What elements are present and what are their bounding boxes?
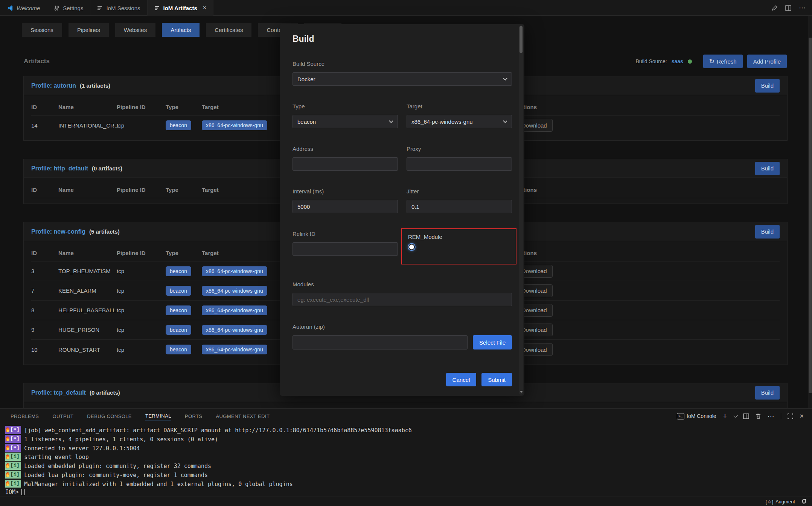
submit-button[interactable]: Submit <box>481 373 512 386</box>
type-badge: beacon <box>166 266 191 276</box>
add-profile-button[interactable]: Add Profile <box>747 55 787 68</box>
target-badge: x86_64-pc-windows-gnu <box>202 325 267 335</box>
rem-module-toggle[interactable] <box>409 245 414 249</box>
build-button[interactable]: Build <box>755 162 780 175</box>
page-scrollbar[interactable] <box>808 16 812 408</box>
page-title: Artifacts <box>24 58 50 65</box>
editor-actions: ⋯ <box>772 0 806 16</box>
split-terminal-icon[interactable] <box>743 413 749 419</box>
proxy-input[interactable] <box>407 157 512 171</box>
select-file-button[interactable]: Select File <box>473 335 512 349</box>
log-level-badge: [*] <box>5 426 21 434</box>
split-editor-icon[interactable] <box>785 5 791 11</box>
log-text: Loaded lua plugin: community-move, regis… <box>24 472 208 479</box>
target-field-label: Target <box>407 103 512 109</box>
tab-iom-artifacts[interactable]: IoM Artifacts × <box>148 0 214 16</box>
jitter-input[interactable] <box>407 200 512 213</box>
chevron-down-icon <box>503 76 507 81</box>
log-level-badge: [i] <box>5 480 21 488</box>
build-source-select[interactable]: Docker <box>293 72 512 86</box>
more-actions-icon[interactable]: ⋯ <box>799 4 806 12</box>
tab-pipelines[interactable]: Pipelines <box>69 23 109 37</box>
interval-input[interactable] <box>293 200 398 213</box>
close-panel-icon[interactable]: × <box>800 412 804 420</box>
augment-status-item[interactable]: {☺} Augment <box>765 499 795 504</box>
kill-terminal-icon[interactable] <box>756 413 761 419</box>
target-badge: x86_64-pc-windows-gnu <box>202 286 267 296</box>
tab-debug-console[interactable]: DEBUG CONSOLE <box>87 411 132 421</box>
target-select[interactable]: x86_64-pc-windows-gnu <box>407 115 512 128</box>
status-bar: {☺} Augment <box>0 497 812 506</box>
modal-scrollbar[interactable] <box>519 25 523 395</box>
pencil-icon[interactable] <box>772 5 778 11</box>
target-badge: x86_64-pc-windows-gnu <box>202 345 267 354</box>
artifact-count: (0 artifacts) <box>92 165 122 172</box>
build-button[interactable]: Build <box>755 225 780 239</box>
tab-augment-next-edit[interactable]: AUGMENT NEXT EDIT <box>216 411 270 421</box>
refresh-icon: ↻ <box>709 58 714 65</box>
cancel-button[interactable]: Cancel <box>446 373 477 386</box>
address-field-label: Address <box>293 146 398 152</box>
scroll-down-arrow-icon[interactable] <box>520 391 523 393</box>
profile-link[interactable]: Profile: autorun <box>31 82 76 89</box>
profile-link[interactable]: Profile: new-config <box>31 228 85 235</box>
artifact-count: (1 artifacts) <box>80 82 110 89</box>
tab-sessions[interactable]: Sessions <box>22 23 62 37</box>
relink-field-label: Relink ID <box>293 231 398 237</box>
autorun-file-input[interactable] <box>293 335 468 349</box>
notifications-bell-icon[interactable] <box>801 498 807 504</box>
chevron-down-icon <box>389 119 393 123</box>
build-modal: Build Build Source Docker Type beacon Ta… <box>280 24 524 396</box>
build-source-value[interactable]: saas <box>672 58 683 64</box>
tab-welcome[interactable]: Welcome <box>0 0 47 16</box>
scrollbar-thumb[interactable] <box>519 26 523 53</box>
tab-websites[interactable]: Websites <box>115 23 155 37</box>
build-button[interactable]: Build <box>755 79 780 93</box>
log-text: [job] web_content_add_artifact: artifact… <box>24 427 412 434</box>
active-terminal-name[interactable]: IoM Console <box>687 413 716 419</box>
tab-output[interactable]: OUTPUT <box>52 411 73 421</box>
tab-settings[interactable]: Settings <box>47 0 90 16</box>
type-badge: beacon <box>166 286 191 296</box>
target-badge: x86_64-pc-windows-gnu <box>202 266 267 276</box>
log-text: Connected to server 127.0.0.1:5004 <box>24 445 140 452</box>
terminal-dropdown-icon[interactable] <box>734 413 738 418</box>
refresh-button[interactable]: ↻Refresh <box>703 55 743 68</box>
address-input[interactable] <box>293 157 398 171</box>
profile-link[interactable]: Profile: tcp_default <box>31 389 86 396</box>
relink-id-input[interactable] <box>293 242 398 256</box>
maximize-panel-icon[interactable] <box>788 413 793 419</box>
tab-iom-sessions[interactable]: IoM Sessions <box>90 0 147 16</box>
tab-certificates[interactable]: Certificates <box>206 23 251 37</box>
artifact-count: (0 artifacts) <box>90 389 120 396</box>
type-badge: beacon <box>166 345 191 354</box>
log-text: Loaded embedded plugin: community, regis… <box>24 463 211 470</box>
tab-ports[interactable]: PORTS <box>185 411 203 421</box>
list-icon <box>154 5 160 11</box>
divider <box>781 413 781 419</box>
tab-artifacts[interactable]: Artifacts <box>162 23 200 37</box>
modules-input[interactable] <box>293 293 512 306</box>
type-badge: beacon <box>166 305 191 315</box>
build-source-field-label: Build Source <box>293 61 512 67</box>
tab-label: IoM Sessions <box>106 5 140 11</box>
build-source-label: Build Source: <box>635 58 667 64</box>
rem-module-highlight-box: REM_Module <box>401 228 516 264</box>
vscode-window: Welcome Settings IoM Sessions IoM Artifa… <box>0 0 812 506</box>
tab-problems[interactable]: PROBLEMS <box>11 411 39 421</box>
profile-link[interactable]: Profile: http_default <box>31 165 88 172</box>
flame-icon <box>6 463 9 468</box>
build-button[interactable]: Build <box>755 386 780 400</box>
type-select[interactable]: beacon <box>293 115 398 128</box>
tab-terminal[interactable]: TERMINAL <box>145 411 171 421</box>
new-terminal-icon[interactable]: + <box>723 412 727 421</box>
terminal-output[interactable]: [*][job] web_content_add_artifact: artif… <box>5 426 412 497</box>
panel-more-actions-icon[interactable]: ⋯ <box>768 412 774 420</box>
status-dot <box>688 59 692 64</box>
target-badge: x86_64-pc-windows-gnu <box>202 120 267 130</box>
flame-icon <box>6 436 9 441</box>
tab-label: Settings <box>63 5 83 11</box>
close-tab-icon[interactable]: × <box>203 5 206 11</box>
type-badge: beacon <box>166 325 191 335</box>
log-text: 1 listeners, 4 pipelines, 1 clients, 0 s… <box>24 436 218 443</box>
